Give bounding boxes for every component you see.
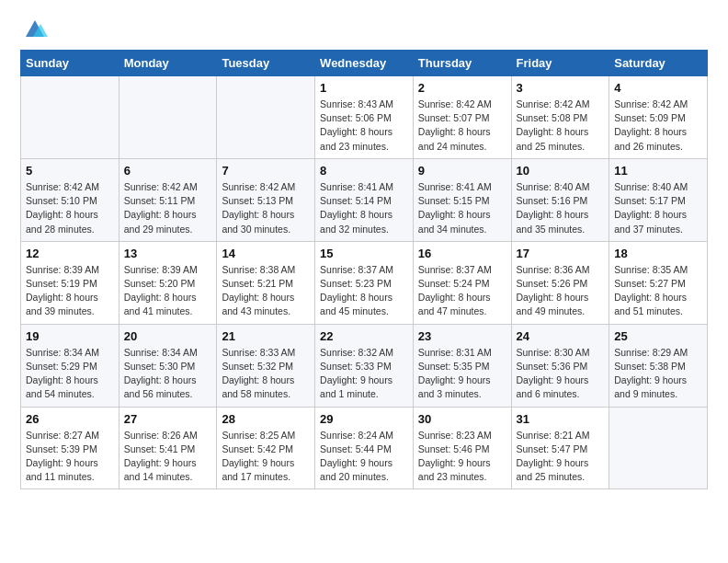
calendar-cell: 2Sunrise: 8:42 AM Sunset: 5:07 PM Daylig… — [413, 76, 511, 159]
calendar-week-0: 1Sunrise: 8:43 AM Sunset: 5:06 PM Daylig… — [21, 76, 708, 159]
calendar-cell — [21, 76, 119, 159]
day-info: Sunrise: 8:42 AM Sunset: 5:07 PM Dayligh… — [418, 98, 506, 154]
day-info: Sunrise: 8:41 AM Sunset: 5:15 PM Dayligh… — [418, 180, 506, 236]
day-info: Sunrise: 8:35 AM Sunset: 5:27 PM Dayligh… — [614, 263, 702, 319]
col-header-monday: Monday — [119, 51, 217, 76]
day-number: 9 — [418, 164, 506, 178]
col-header-saturday: Saturday — [609, 51, 708, 76]
day-number: 7 — [222, 164, 310, 178]
header — [20, 17, 708, 40]
day-info: Sunrise: 8:39 AM Sunset: 5:19 PM Dayligh… — [26, 263, 114, 319]
day-number: 3 — [517, 81, 605, 95]
day-number: 18 — [614, 247, 702, 260]
col-header-thursday: Thursday — [413, 51, 511, 76]
col-header-friday: Friday — [511, 51, 609, 76]
calendar-cell: 17Sunrise: 8:36 AM Sunset: 5:26 PM Dayli… — [511, 241, 609, 324]
day-info: Sunrise: 8:29 AM Sunset: 5:38 PM Dayligh… — [614, 346, 702, 402]
calendar-cell — [119, 76, 217, 159]
calendar-cell: 13Sunrise: 8:39 AM Sunset: 5:20 PM Dayli… — [119, 241, 217, 324]
day-number: 16 — [418, 247, 506, 260]
calendar-week-4: 26Sunrise: 8:27 AM Sunset: 5:39 PM Dayli… — [21, 407, 708, 489]
day-number: 28 — [222, 412, 310, 426]
calendar-cell: 14Sunrise: 8:38 AM Sunset: 5:21 PM Dayli… — [217, 241, 315, 324]
calendar-cell: 8Sunrise: 8:41 AM Sunset: 5:14 PM Daylig… — [315, 158, 414, 241]
calendar-cell: 18Sunrise: 8:35 AM Sunset: 5:27 PM Dayli… — [609, 241, 708, 324]
calendar-cell: 6Sunrise: 8:42 AM Sunset: 5:11 PM Daylig… — [119, 158, 217, 241]
day-number: 25 — [614, 329, 702, 343]
day-number: 13 — [124, 247, 212, 260]
calendar-week-1: 5Sunrise: 8:42 AM Sunset: 5:10 PM Daylig… — [21, 158, 708, 241]
day-info: Sunrise: 8:23 AM Sunset: 5:46 PM Dayligh… — [418, 429, 506, 485]
day-info: Sunrise: 8:26 AM Sunset: 5:41 PM Dayligh… — [124, 429, 212, 485]
day-info: Sunrise: 8:41 AM Sunset: 5:14 PM Dayligh… — [320, 180, 408, 236]
day-number: 29 — [320, 412, 408, 426]
day-number: 10 — [517, 164, 605, 178]
day-info: Sunrise: 8:34 AM Sunset: 5:30 PM Dayligh… — [124, 346, 212, 402]
day-number: 23 — [418, 329, 506, 343]
day-info: Sunrise: 8:43 AM Sunset: 5:06 PM Dayligh… — [320, 98, 408, 154]
day-info: Sunrise: 8:33 AM Sunset: 5:32 PM Dayligh… — [222, 346, 310, 402]
day-number: 1 — [320, 81, 408, 95]
day-info: Sunrise: 8:38 AM Sunset: 5:21 PM Dayligh… — [222, 263, 310, 319]
day-number: 30 — [418, 412, 506, 426]
calendar-cell: 16Sunrise: 8:37 AM Sunset: 5:24 PM Dayli… — [413, 241, 511, 324]
logo-icon — [22, 17, 48, 42]
day-info: Sunrise: 8:24 AM Sunset: 5:44 PM Dayligh… — [320, 429, 408, 485]
calendar-cell: 1Sunrise: 8:43 AM Sunset: 5:06 PM Daylig… — [315, 76, 414, 159]
day-info: Sunrise: 8:42 AM Sunset: 5:09 PM Dayligh… — [614, 98, 702, 154]
calendar-cell: 23Sunrise: 8:31 AM Sunset: 5:35 PM Dayli… — [413, 324, 511, 407]
calendar-cell — [217, 76, 315, 159]
day-info: Sunrise: 8:21 AM Sunset: 5:47 PM Dayligh… — [517, 429, 605, 485]
day-number: 11 — [614, 164, 702, 178]
calendar-cell: 20Sunrise: 8:34 AM Sunset: 5:30 PM Dayli… — [119, 324, 217, 407]
calendar-cell: 26Sunrise: 8:27 AM Sunset: 5:39 PM Dayli… — [21, 407, 119, 489]
calendar-cell: 5Sunrise: 8:42 AM Sunset: 5:10 PM Daylig… — [21, 158, 119, 241]
calendar-cell: 12Sunrise: 8:39 AM Sunset: 5:19 PM Dayli… — [21, 241, 119, 324]
calendar-week-2: 12Sunrise: 8:39 AM Sunset: 5:19 PM Dayli… — [21, 241, 708, 324]
day-info: Sunrise: 8:42 AM Sunset: 5:11 PM Dayligh… — [124, 180, 212, 236]
day-number: 20 — [124, 329, 212, 343]
day-number: 15 — [320, 247, 408, 260]
page: SundayMondayTuesdayWednesdayThursdayFrid… — [0, 0, 728, 563]
day-info: Sunrise: 8:39 AM Sunset: 5:20 PM Dayligh… — [124, 263, 212, 319]
calendar-cell: 25Sunrise: 8:29 AM Sunset: 5:38 PM Dayli… — [609, 324, 708, 407]
day-number: 4 — [614, 81, 702, 95]
day-info: Sunrise: 8:36 AM Sunset: 5:26 PM Dayligh… — [517, 263, 605, 319]
calendar-cell: 31Sunrise: 8:21 AM Sunset: 5:47 PM Dayli… — [511, 407, 609, 489]
calendar-cell: 27Sunrise: 8:26 AM Sunset: 5:41 PM Dayli… — [119, 407, 217, 489]
day-number: 8 — [320, 164, 408, 178]
calendar-cell: 21Sunrise: 8:33 AM Sunset: 5:32 PM Dayli… — [217, 324, 315, 407]
calendar-cell: 30Sunrise: 8:23 AM Sunset: 5:46 PM Dayli… — [413, 407, 511, 489]
day-info: Sunrise: 8:40 AM Sunset: 5:16 PM Dayligh… — [517, 180, 605, 236]
day-info: Sunrise: 8:37 AM Sunset: 5:23 PM Dayligh… — [320, 263, 408, 319]
calendar-week-3: 19Sunrise: 8:34 AM Sunset: 5:29 PM Dayli… — [21, 324, 708, 407]
day-number: 22 — [320, 329, 408, 343]
day-number: 6 — [124, 164, 212, 178]
calendar-cell: 24Sunrise: 8:30 AM Sunset: 5:36 PM Dayli… — [511, 324, 609, 407]
day-number: 24 — [517, 329, 605, 343]
day-info: Sunrise: 8:40 AM Sunset: 5:17 PM Dayligh… — [614, 180, 702, 236]
calendar-cell: 7Sunrise: 8:42 AM Sunset: 5:13 PM Daylig… — [217, 158, 315, 241]
col-header-sunday: Sunday — [21, 51, 119, 76]
calendar-cell: 19Sunrise: 8:34 AM Sunset: 5:29 PM Dayli… — [21, 324, 119, 407]
day-info: Sunrise: 8:25 AM Sunset: 5:42 PM Dayligh… — [222, 429, 310, 485]
day-number: 19 — [26, 329, 114, 343]
day-number: 12 — [26, 247, 114, 260]
calendar-cell: 10Sunrise: 8:40 AM Sunset: 5:16 PM Dayli… — [511, 158, 609, 241]
calendar-cell: 4Sunrise: 8:42 AM Sunset: 5:09 PM Daylig… — [609, 76, 708, 159]
calendar-cell: 22Sunrise: 8:32 AM Sunset: 5:33 PM Dayli… — [315, 324, 414, 407]
day-info: Sunrise: 8:34 AM Sunset: 5:29 PM Dayligh… — [26, 346, 114, 402]
day-number: 31 — [517, 412, 605, 426]
day-info: Sunrise: 8:32 AM Sunset: 5:33 PM Dayligh… — [320, 346, 408, 402]
col-header-tuesday: Tuesday — [217, 51, 315, 76]
day-info: Sunrise: 8:42 AM Sunset: 5:10 PM Dayligh… — [26, 180, 114, 236]
day-number: 27 — [124, 412, 212, 426]
calendar-table: SundayMondayTuesdayWednesdayThursdayFrid… — [20, 50, 708, 489]
day-info: Sunrise: 8:42 AM Sunset: 5:13 PM Dayligh… — [222, 180, 310, 236]
day-number: 26 — [26, 412, 114, 426]
calendar-header-row: SundayMondayTuesdayWednesdayThursdayFrid… — [21, 51, 708, 76]
calendar-cell: 29Sunrise: 8:24 AM Sunset: 5:44 PM Dayli… — [315, 407, 414, 489]
calendar-cell: 15Sunrise: 8:37 AM Sunset: 5:23 PM Dayli… — [315, 241, 414, 324]
day-info: Sunrise: 8:42 AM Sunset: 5:08 PM Dayligh… — [517, 98, 605, 154]
day-info: Sunrise: 8:27 AM Sunset: 5:39 PM Dayligh… — [26, 429, 114, 485]
